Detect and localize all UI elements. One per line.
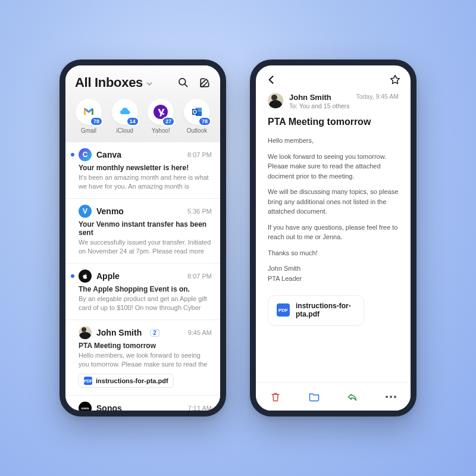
body-paragraph: John SmithPTA Leader [268, 264, 399, 283]
trash-icon [270, 391, 281, 403]
account-badge: 14 [126, 117, 139, 126]
email-item[interactable]: Apple8:07 PMThe Apple Shopping Event is … [65, 264, 220, 320]
more-icon [386, 396, 396, 398]
account-yahoo[interactable]: 27 Yahoo! [143, 99, 178, 134]
account-icloud[interactable]: 14 iCloud [108, 99, 142, 134]
account-badge: 27 [162, 117, 175, 126]
attachment-filename: instructions-for-pta.pdf [96, 377, 168, 384]
from-row: John Smith To: You and 15 others Today, … [268, 93, 399, 109]
star-button[interactable] [389, 74, 401, 86]
email-preview: Hello members, we look forward to seeing… [79, 351, 212, 369]
email-subject: PTA Meeting tomorrow [79, 342, 212, 350]
sender-avatar: V [79, 205, 92, 218]
email-subject: The Apple Shopping Event is on. [79, 285, 212, 293]
sender-name: Sonos [96, 403, 122, 411]
folder-icon [308, 391, 320, 403]
back-button[interactable] [265, 74, 277, 86]
account-label: Gmail [81, 127, 96, 134]
body-paragraph: We will be discussing many topics, so pl… [268, 187, 399, 217]
sender-avatar [79, 326, 92, 339]
email-preview: By an elegable product and get an Apple … [79, 295, 212, 312]
email-time: 8:07 PM [187, 273, 212, 280]
star-icon [389, 74, 401, 86]
account-label: Outlook [187, 127, 207, 134]
unread-indicator [71, 153, 74, 156]
sender-avatar [79, 270, 92, 283]
accounts-row: 78 Gmail 14 iCloud [65, 96, 220, 142]
inbox-title: All Inboxes [75, 75, 143, 90]
inbox-title-button[interactable]: All Inboxes [75, 75, 152, 90]
compose-button[interactable] [199, 77, 211, 89]
email-time: 8:07 PM [187, 151, 212, 158]
email-preview: We successfully issued your transfer. In… [79, 238, 212, 256]
pdf-icon: PDF [277, 303, 290, 317]
body-paragraph: We look forward to seeing you tomorrow. … [268, 152, 399, 181]
inbox-header: All Inboxes [65, 65, 220, 96]
email-subject: Your monthly newsletter is here! [79, 164, 212, 172]
reply-button[interactable] [346, 390, 359, 403]
email-item[interactable]: VVenmo5:36 PMYour Venmo instant transfer… [65, 199, 220, 264]
detail-body-text: Hello members,We look forward to seeing … [268, 136, 399, 283]
sender-avatar: SONOS [79, 402, 92, 411]
reply-icon [346, 391, 358, 403]
svg-point-4 [162, 113, 164, 115]
account-gmail[interactable]: 78 Gmail [71, 99, 106, 134]
svg-line-1 [185, 84, 187, 87]
attachment-filename: instructions-for-pta.pdf [296, 302, 355, 319]
compose-icon [199, 77, 211, 89]
body-paragraph: Thanks so much! [268, 248, 399, 258]
sender-name: Venmo [96, 206, 124, 216]
sender-name: Canva [96, 150, 121, 159]
email-time: 9:45 AM [188, 329, 212, 336]
pdf-icon: PDF [84, 377, 92, 385]
detail-toolbar [256, 382, 411, 411]
email-time: 7:11 AM [188, 405, 212, 411]
account-badge: 78 [198, 117, 211, 126]
detail-time: Today, 9:45 AM [356, 93, 399, 100]
email-subject: Your Venmo instant transfer has been sen… [79, 220, 212, 237]
account-label: Yahoo! [152, 127, 170, 134]
email-time: 5:36 PM [187, 208, 212, 215]
thread-count: 2 [150, 329, 159, 337]
sender-avatar[interactable] [268, 93, 283, 108]
email-preview: It's been an amazing month and here is w… [79, 173, 212, 191]
delete-button[interactable] [269, 390, 282, 403]
chevron-left-icon [265, 74, 277, 86]
email-list: CCanva8:07 PMYour monthly newsletter is … [65, 142, 220, 411]
detail-phone: John Smith To: You and 15 others Today, … [250, 60, 416, 416]
account-badge: 78 [90, 117, 103, 126]
inbox-phone: All Inboxes [60, 60, 226, 416]
sender-name: John Smith [96, 328, 142, 337]
search-button[interactable] [177, 77, 189, 89]
body-paragraph: If you have any questions, please feel f… [268, 223, 399, 242]
detail-subject: PTA Meeting tomorrow [268, 117, 399, 127]
more-button[interactable] [384, 390, 397, 403]
recipients-line[interactable]: To: You and 15 others [289, 102, 350, 109]
attachment-card[interactable]: PDF instructions-for-pta.pdf [268, 295, 364, 325]
archive-button[interactable] [308, 390, 321, 403]
unread-indicator [71, 274, 74, 278]
sender-name: Apple [96, 271, 120, 281]
account-outlook[interactable]: 78 Outlook [180, 99, 214, 134]
account-label: iCloud [116, 127, 133, 134]
body-paragraph: Hello members, [268, 136, 399, 146]
search-icon [177, 77, 189, 89]
sender-avatar: C [79, 148, 92, 161]
sender-name: John Smith [289, 93, 350, 102]
email-item[interactable]: CCanva8:07 PMYour monthly newsletter is … [65, 142, 220, 199]
email-item[interactable]: John Smith29:45 AMPTA Meeting tomorrowHe… [65, 320, 220, 396]
detail-header [256, 65, 411, 89]
chevron-down-icon [146, 81, 152, 87]
attachment-chip[interactable]: PDFinstructions-for-pta.pdf [79, 374, 174, 388]
email-item[interactable]: SONOSSonos7:11 AM [65, 396, 220, 411]
